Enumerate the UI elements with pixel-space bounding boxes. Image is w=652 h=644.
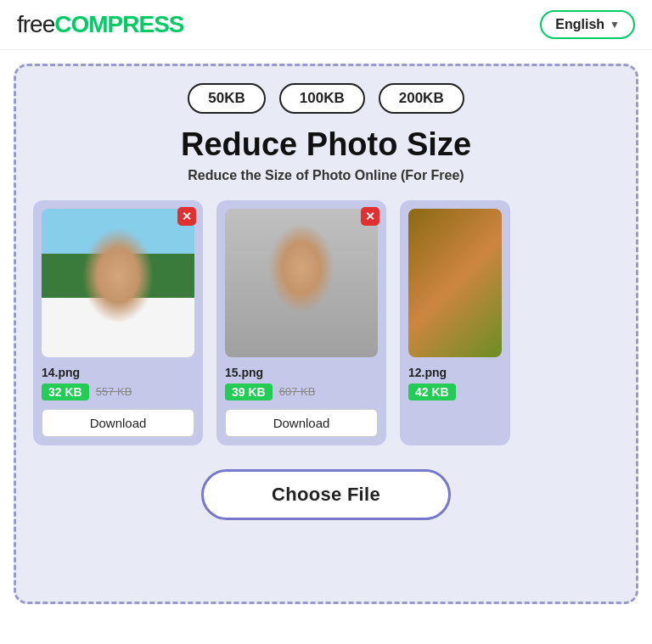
new-size-0: 32 KB — [42, 384, 89, 400]
file-sizes-1: 39 KB 607 KB — [225, 384, 315, 400]
size-50kb-button[interactable]: 50KB — [188, 83, 265, 114]
language-button[interactable]: English ▼ — [540, 10, 635, 39]
choose-file-button[interactable]: Choose File — [201, 469, 451, 520]
filename-0: 14.png — [42, 366, 80, 379]
image-card-2: 12.png 42 KB — [400, 200, 510, 445]
logo-free-text: free — [17, 11, 54, 37]
size-200kb-button[interactable]: 200KB — [379, 83, 464, 114]
remove-image-0-button[interactable]: ✕ — [177, 207, 196, 226]
filename-2: 12.png — [408, 366, 447, 379]
image-preview-2 — [408, 209, 502, 357]
main-panel: 50KB 100KB 200KB Reduce Photo Size Reduc… — [14, 64, 638, 604]
old-size-1: 607 KB — [279, 385, 316, 398]
file-sizes-0: 32 KB 557 KB — [42, 384, 132, 400]
page-title: Reduce Photo Size — [181, 127, 471, 163]
download-button-1[interactable]: Download — [225, 409, 378, 437]
image-preview-0 — [42, 209, 194, 357]
remove-image-1-button[interactable]: ✕ — [361, 207, 379, 226]
logo-compress-text: COMPRESS — [54, 11, 183, 37]
old-size-0: 557 KB — [96, 385, 132, 398]
size-buttons-row: 50KB 100KB 200KB — [188, 83, 464, 114]
page-subtitle: Reduce the Size of Photo Online (For Fre… — [188, 168, 464, 183]
filename-1: 15.png — [225, 366, 263, 379]
new-size-2: 42 KB — [408, 384, 456, 400]
language-label: English — [555, 17, 604, 32]
header: freeCOMPRESS English ▼ — [0, 0, 652, 50]
chevron-down-icon: ▼ — [610, 19, 620, 31]
size-100kb-button[interactable]: 100KB — [279, 83, 365, 114]
download-button-0[interactable]: Download — [42, 409, 194, 437]
image-card-0: ✕ 14.png 32 KB 557 KB Download — [33, 200, 203, 445]
file-sizes-2: 42 KB — [408, 384, 456, 400]
cards-row: ✕ 14.png 32 KB 557 KB Download ✕ 15.png … — [33, 200, 619, 445]
image-card-1: ✕ 15.png 39 KB 607 KB Download — [216, 200, 386, 445]
logo: freeCOMPRESS — [17, 11, 184, 38]
new-size-1: 39 KB — [225, 384, 273, 400]
image-preview-1 — [225, 209, 378, 357]
